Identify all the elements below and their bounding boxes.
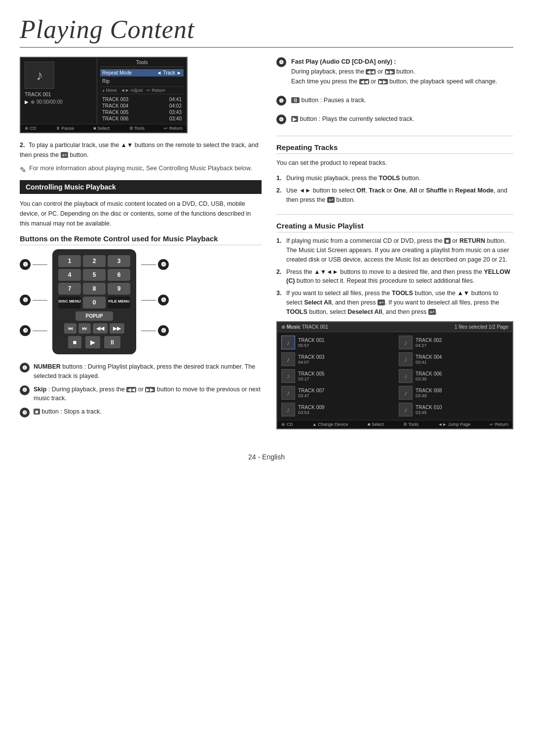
playlist-header-right: 1 files selected 1/2 Page <box>455 324 508 330</box>
note-icon: ✎ <box>20 164 26 176</box>
pfooter-jump: ◄► Jump Page <box>438 422 470 427</box>
playlist-item-9: ♪ TRACK 00903:53 <box>277 401 395 418</box>
stop-icon-inline: ■ <box>34 409 40 415</box>
btn-4[interactable]: 4 <box>58 269 81 281</box>
footer-tools: ⚙ Tools <box>129 126 145 131</box>
creating-playlist-section: Creating a Music Playlist 1. If playing … <box>276 222 513 436</box>
playlist-footer: ⊕ CD ▲ Change Device ■ Select ⚙ Tools ◄►… <box>277 420 512 428</box>
btn-9[interactable]: 9 <box>108 283 130 295</box>
btn-prev[interactable]: ⏮ <box>64 323 76 334</box>
right-arrow-icon: ► <box>177 70 182 76</box>
creating-playlist-title: Creating a Music Playlist <box>276 222 513 232</box>
play-info: ▶ button : Plays the currently selected … <box>291 114 415 124</box>
pause-info: ⏸ button : Pauses a track. <box>291 95 366 105</box>
playlist-item-6: ♪ TRACK 00603:35 <box>395 368 512 384</box>
remote-section-title: Buttons on the Remote Control used for M… <box>20 234 262 245</box>
track-thumb-5: ♪ <box>281 369 295 383</box>
btn-next[interactable]: ⏭ <box>78 323 91 334</box>
playlist-step-1: 1. If playing music from a commercial CD… <box>276 236 513 264</box>
right-column: ❹ Fast Play (Audio CD [CD-DA] only) : Du… <box>276 57 513 443</box>
nav-adjust: ◄► Adjust <box>121 88 143 93</box>
controlling-body: You can control the playback of music co… <box>20 199 262 228</box>
pfooter-return: ↩ Return <box>490 422 508 427</box>
footer-return: ↩ Return <box>164 126 183 131</box>
btn-play[interactable]: ▶ <box>85 336 100 348</box>
repeating-steps: 1. During music playback, press the TOOL… <box>276 174 513 204</box>
track-item-2: TRACK 00404:02 <box>100 103 184 109</box>
track-item-4: TRACK 00603:40 <box>100 115 184 122</box>
nav-return: ↩ Return <box>147 88 165 93</box>
controlling-header: Controlling Music Playback <box>20 180 262 194</box>
pause-num: ❺ <box>276 96 286 106</box>
remote-body: 1 2 3 4 5 6 7 8 9 DISC MENU 0 FILE MENU <box>52 249 136 354</box>
stop-icon-inline2: ■ <box>444 238 451 244</box>
playlist-header-left: ⊕ Music TRACK 001 <box>281 324 328 330</box>
ff2-icon: ▶▶ <box>385 69 395 75</box>
pfooter-select: ■ Select <box>368 422 384 427</box>
enter-btn-icon2: ↩ <box>327 197 335 203</box>
playlist-item-3: ♪ TRACK 00304:07 <box>277 351 395 368</box>
track-thumb-2: ♪ <box>399 336 413 349</box>
music-note-icon: ♪ <box>36 68 43 83</box>
screen-footer: ⊕ CD ⏸ Pause ■ Select ⚙ Tools ↩ Return <box>21 124 187 132</box>
btn-rew[interactable]: ◀◀ <box>93 323 108 334</box>
remote-area: ❶ ❷ ❸ 1 2 <box>20 249 262 354</box>
label-1: ❶ <box>20 259 47 270</box>
rew3-icon: ◀◀ <box>359 79 369 84</box>
btn-5[interactable]: 5 <box>83 269 106 281</box>
playlist-item-4: ♪ TRACK 00403:41 <box>395 351 512 368</box>
track-label: TRACK 001 <box>25 92 93 97</box>
time-display: 00:00/00:00 <box>37 99 63 105</box>
play-icon-inline: ▶ <box>291 116 298 122</box>
ff3-icon: ▶▶ <box>378 79 388 84</box>
remote-desc-2: ❷ Skip : During playback, press the ◀◀ o… <box>20 385 262 404</box>
pfooter-change: ▲ Change Device <box>312 422 348 427</box>
playlist-header: ⊕ Music TRACK 001 1 files selected 1/2 P… <box>277 322 512 332</box>
footer-cd: ⊕ CD <box>25 126 37 131</box>
track-thumb-4: ♪ <box>399 352 413 366</box>
step-2: 2. To play a particular track, use the ▲… <box>20 140 262 160</box>
page-number: 24 - English <box>20 453 513 461</box>
btn-ff[interactable]: ▶▶ <box>110 323 124 334</box>
playlist-item-1: ♪ TRACK 00105:57 <box>277 334 395 351</box>
enter-btn-icon3: ↩ <box>378 300 385 305</box>
rew-icon: ◀◀ <box>126 387 136 392</box>
pause-icon-inline: ⏸ <box>291 97 300 103</box>
fast-play-section: ❹ Fast Play (Audio CD [CD-DA] only) : Du… <box>276 57 513 136</box>
remote-desc-3: ❸ ■ button : Stops a track. <box>20 407 262 417</box>
repeat-mode-row: Repeat Mode ◄ Track ► <box>100 69 184 76</box>
btn-file-menu[interactable]: FILE MENU <box>108 297 130 308</box>
btn-pause[interactable]: ⏸ <box>104 336 120 348</box>
playlist-step-2: 2. Press the ▲▼◄► buttons to move to a d… <box>276 267 513 286</box>
pfooter-tools: ⚙ Tools <box>403 422 419 427</box>
play-icon: ▶ <box>25 99 29 105</box>
rew2-icon: ◀◀ <box>366 69 376 75</box>
left-arrow-icon: ◄ <box>157 70 162 76</box>
nav-hint: ⬧ Move ◄► Adjust ↩ Return <box>100 86 184 94</box>
playlist-item-10: ♪ TRACK 01003:45 <box>395 401 512 418</box>
music-icon-area: ♪ <box>25 62 54 89</box>
btn-1[interactable]: 1 <box>58 255 81 267</box>
remote-nav-row: ⏮ ⏭ ◀◀ ▶▶ <box>58 323 130 334</box>
repeating-tracks-intro: You can set the product to repeat tracks… <box>276 158 513 168</box>
btn-disc-menu[interactable]: DISC MENU <box>58 297 81 308</box>
remote-right-labels: ❹ ❺ ❻ <box>141 249 169 336</box>
btn-0[interactable]: 0 <box>83 297 106 308</box>
cd-icon: ⊕ <box>31 99 35 105</box>
btn-8[interactable]: 8 <box>83 283 106 295</box>
remote-play-row: ■ ▶ ⏸ <box>58 336 130 348</box>
btn-3[interactable]: 3 <box>108 255 130 267</box>
btn-2[interactable]: 2 <box>83 255 106 267</box>
play-num: ❻ <box>276 114 286 124</box>
remote-desc-list: ❶ NUMBER buttons : During Playlist playb… <box>20 362 262 417</box>
btn-popup[interactable]: POPUP <box>76 311 113 321</box>
btn-6[interactable]: 6 <box>108 269 130 281</box>
fast-play-num: ❹ <box>276 57 286 67</box>
remote-desc-1: ❶ NUMBER buttons : During Playlist playb… <box>20 362 262 381</box>
playlist-item-2: ♪ TRACK 00204:27 <box>395 334 512 351</box>
playlist-item-7: ♪ TRACK 00703:47 <box>277 384 395 401</box>
track-thumb-9: ♪ <box>281 403 295 416</box>
btn-stop[interactable]: ■ <box>68 336 82 348</box>
track-thumb-10: ♪ <box>399 403 413 416</box>
btn-7[interactable]: 7 <box>58 283 81 295</box>
